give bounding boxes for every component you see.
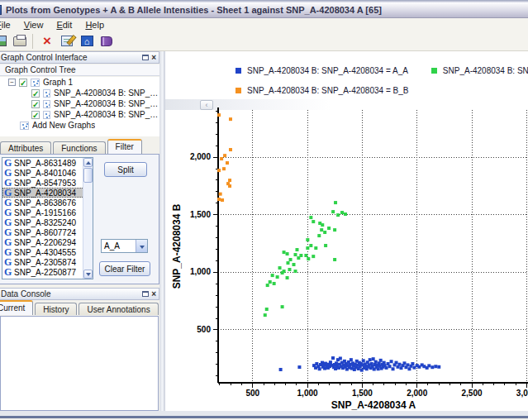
tree-item-series[interactable]: ✓SNP_A-4208034 B: SNP_A-42080... — [0, 88, 159, 98]
screenshot-viewport: Plots from Genotypes + A & B Allele Inte… — [0, 0, 528, 420]
series-checkbox[interactable]: ✓ — [31, 89, 40, 98]
x-tick-label: 3,000 — [516, 389, 528, 398]
snp-list-item[interactable]: GSNP_A-2206294 — [2, 237, 93, 247]
y-tick-label: 500 — [197, 325, 211, 334]
data-console-title: Data Console — [0, 289, 142, 298]
data-console-panel-header: Data Console × — [0, 288, 159, 300]
home-icon-button[interactable]: ⌂ — [78, 33, 96, 50]
genotype-g-icon: G — [4, 238, 14, 247]
print-icon — [13, 36, 26, 46]
graph-checkbox[interactable]: ✓ — [19, 79, 27, 87]
snp-list-scrollbar[interactable] — [83, 158, 93, 279]
delete-icon-button[interactable]: × — [38, 33, 56, 50]
snp-id-label: SNP_A-4304555 — [14, 248, 76, 257]
scatter-series-b_b — [217, 113, 232, 202]
tab-attributes[interactable]: Attributes — [0, 141, 51, 154]
close-panel-icon[interactable]: × — [151, 291, 156, 298]
menu-bar: FileViewEditHelp — [0, 18, 528, 31]
snp-list-item[interactable]: GSNP_A-8547953 — [2, 178, 93, 188]
snp-list-item[interactable]: GSNP_A-8607724 — [2, 227, 93, 237]
tree-item-graph1[interactable]: −✓Graph 1 — [0, 77, 159, 88]
tree-item-label: SNP_A-4208034 B: SNP_A-42080... — [54, 110, 159, 119]
split-button[interactable]: Split — [104, 162, 147, 177]
data-console-output[interactable] — [0, 316, 159, 411]
print-icon-button[interactable] — [11, 33, 29, 50]
tab-filter[interactable]: Filter — [107, 139, 142, 154]
tree-item-label: SNP_A-4208034 B: SNP_A-42080... — [54, 88, 159, 98]
series-checkbox[interactable]: ✓ — [31, 111, 40, 119]
graph-control-tree-header: Graph Control Tree — [0, 64, 159, 76]
dropdown-arrow-icon[interactable] — [136, 240, 147, 252]
window-title: Plots from Genotypes + A & B Allele Inte… — [6, 5, 382, 15]
toolbar: ×⌂ — [0, 31, 528, 51]
y-tick-label: 1,500 — [190, 210, 211, 219]
scatter-series-icon — [43, 111, 50, 119]
data-console-tab-bar: CurrentHistoryUser Annotations — [0, 300, 160, 315]
tab-user-annotations[interactable]: User Annotations — [78, 303, 158, 315]
genotype-g-icon: G — [4, 268, 14, 277]
scatter-series-a_b — [264, 201, 347, 317]
tree-expander-icon[interactable]: − — [8, 79, 16, 86]
axis-ticks — [213, 111, 526, 388]
gridlines — [218, 110, 528, 383]
float-panel-icon[interactable] — [142, 291, 149, 297]
snp-listbox[interactable]: GSNP_A-8631489GSNP_A-8401046GSNP_A-85479… — [2, 157, 93, 279]
clear-filter-button[interactable]: Clear Filter — [99, 261, 150, 276]
scatter-plot[interactable]: 5001,0001,5002,0002,5003,0005001,0001,50… — [165, 51, 528, 411]
menu-view[interactable]: View — [17, 19, 50, 31]
snp-list-item[interactable]: GSNP_A-8631489 — [2, 158, 93, 168]
panel-splitter[interactable] — [159, 51, 165, 411]
x-tick-label: 2,500 — [462, 389, 483, 398]
snp-list-item[interactable]: GSNP_A-8638676 — [2, 198, 93, 208]
float-panel-icon[interactable] — [142, 55, 149, 60]
genotype-filter-dropdown[interactable]: A_A — [101, 239, 148, 253]
snp-list-item[interactable]: GSNP_A-4304555 — [2, 247, 93, 257]
graph-control-tree: −✓Graph 1✓SNP_A-4208034 B: SNP_A-42080..… — [0, 77, 159, 136]
menu-help[interactable]: Help — [78, 19, 111, 31]
snp-list-item[interactable]: GSNP_A-2250877 — [2, 267, 93, 277]
snp-list-item[interactable]: GSNP_A-8401046 — [2, 168, 93, 178]
export-image-icon-button[interactable] — [0, 33, 9, 50]
tree-item-add-new-graphs[interactable]: Add New Graphs — [0, 120, 159, 131]
snp-list-item[interactable]: GSNP_A-1915166 — [2, 208, 93, 217]
snp-list-item[interactable]: GSNP_A-2305874 — [2, 257, 93, 267]
tree-item-series[interactable]: ✓SNP_A-4208034 B: SNP_A-42080... — [0, 98, 159, 109]
tab-functions[interactable]: Functions — [53, 141, 105, 154]
graph-control-panel-header: Graph Control Interface × — [0, 51, 159, 64]
genotype-filter-value: A_A — [102, 241, 136, 251]
snp-id-label: SNP_A-2250877 — [14, 268, 76, 277]
series-checkbox[interactable]: ✓ — [31, 100, 40, 108]
app-window: Plots from Genotypes + A & B Allele Inte… — [0, 0, 528, 420]
scroll-down-button[interactable] — [83, 270, 93, 279]
menu-file[interactable]: File — [0, 19, 17, 31]
help-book-icon-button[interactable] — [98, 33, 116, 50]
plot-region: ‹ SNP_A-4208034 B: SNP_A-4208034 = A_ASN… — [165, 51, 528, 411]
tab-current[interactable]: Current — [0, 300, 33, 315]
x-tick-label: 1,000 — [297, 389, 318, 398]
genotype-g-icon: G — [4, 208, 14, 217]
x-tick-label: 500 — [245, 389, 259, 398]
genotype-g-icon: G — [4, 248, 14, 257]
scroll-up-button[interactable] — [83, 158, 93, 167]
help-book-icon — [101, 36, 112, 46]
snp-id-label: SNP_A-8631489 — [14, 159, 76, 168]
annotate-icon-button[interactable] — [58, 33, 76, 50]
delete-icon: × — [43, 36, 51, 47]
scroll-thumb[interactable] — [83, 168, 93, 183]
export-image-icon — [0, 36, 7, 46]
tab-history[interactable]: History — [35, 303, 77, 315]
scatter-series-icon — [43, 100, 50, 108]
snp-id-label: SNP_A-1915166 — [14, 208, 76, 217]
tree-item-label: Add New Graphs — [32, 121, 95, 130]
scatter-series-icon — [43, 89, 50, 98]
close-panel-icon[interactable]: × — [151, 55, 156, 61]
x-axis-label: SNP_A-4208034 A — [331, 399, 416, 411]
y-tick-label: 2,000 — [190, 152, 211, 161]
tree-item-series[interactable]: ✓SNP_A-4208034 B: SNP_A-42080... — [0, 109, 159, 120]
x-tick-label: 2,000 — [407, 389, 427, 398]
filter-tab-bar: AttributesFunctionsFilter — [0, 139, 144, 154]
menu-edit[interactable]: Edit — [50, 19, 78, 31]
title-bar[interactable]: Plots from Genotypes + A & B Allele Inte… — [0, 2, 528, 18]
snp-list-item[interactable]: GSNP_A-4208034 — [2, 188, 93, 198]
snp-list-item[interactable]: GSNP_A-8325240 — [2, 217, 93, 227]
